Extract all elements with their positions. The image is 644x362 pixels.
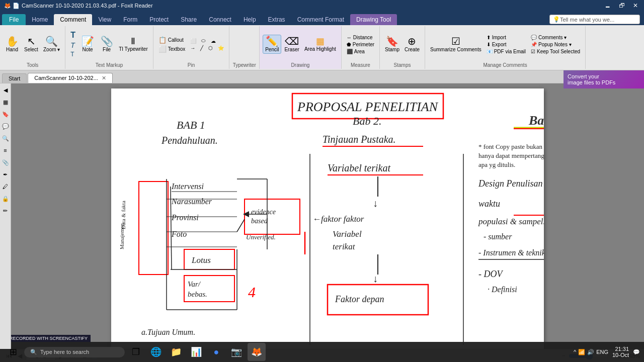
sidebar-stamp[interactable]: 🖊	[1, 182, 10, 191]
summarize-button[interactable]: ☑ Summarize Comments	[428, 35, 484, 53]
taskbar-search-text: Type here to search	[40, 349, 89, 355]
measure-label: Measure	[351, 61, 370, 68]
pencil-button[interactable]: ✏️ Pencil	[263, 35, 281, 54]
close-button[interactable]: ✕	[631, 2, 640, 9]
textbox-button[interactable]: ⬜ Textbox	[156, 45, 187, 53]
sidebar-bookmark[interactable]: 🔖	[1, 110, 10, 119]
tab-view[interactable]: View	[92, 14, 117, 25]
select-button[interactable]: ↖ Select	[22, 35, 40, 53]
pdf-viewer[interactable]: PROPOSAL PENELITIAN BAB 1 Pendahuluan. D…	[11, 83, 644, 349]
tab-connect[interactable]: Connect	[203, 14, 237, 25]
chrome-button[interactable]: ●	[207, 343, 225, 361]
tab-file[interactable]: File	[2, 14, 26, 25]
area-highlight-button[interactable]: ▦ Area Highlight	[302, 36, 338, 53]
zoom-icon: 🔍	[45, 36, 58, 46]
svg-text:Variabel: Variabel	[333, 229, 362, 239]
zoom-button[interactable]: 🔍 Zoom ▾	[41, 35, 62, 53]
pin-group: 📋 Callout ⬜ Textbox ⬜ ⬭ ☁ → ╱ ⬡	[153, 26, 229, 69]
create-button[interactable]: ⊕ Create	[403, 35, 422, 53]
stamps-label: Stamps	[394, 61, 411, 68]
sidebar-search[interactable]: 🔍	[1, 134, 10, 143]
area-button[interactable]: ⬛ Area	[345, 48, 376, 55]
stamps-group: 🔖 Stamp ⊕ Create Stamps	[380, 26, 425, 69]
tab-extras[interactable]: Extras	[262, 14, 291, 25]
oval-shape[interactable]: ⬭	[199, 37, 208, 44]
typewriter-t-button[interactable]: T	[68, 30, 77, 40]
sidebar-annotation[interactable]: 💬	[1, 122, 10, 131]
note-button[interactable]: 📝 Note	[78, 35, 97, 53]
sidebar-edit[interactable]: ✏	[1, 206, 10, 215]
maximize-button[interactable]: 🗗	[617, 2, 627, 9]
star-shape[interactable]: ⭐	[216, 45, 226, 51]
foxit-button[interactable]: 🦊	[248, 343, 266, 361]
tab-home[interactable]: Home	[26, 14, 54, 25]
task-view-button[interactable]: ❐	[127, 343, 145, 361]
distance-icon: ↔	[347, 35, 352, 40]
import-icon: ⬆	[487, 35, 491, 40]
file-button[interactable]: 📎 File	[98, 35, 116, 53]
perimeter-button[interactable]: ⬟ Perimeter	[345, 41, 376, 48]
typewriter-button[interactable]: Ⅱ TI Typewriter	[117, 36, 150, 53]
sidebar-attachment[interactable]: 📎	[1, 158, 10, 167]
tab-comment-format[interactable]: Comment Format	[291, 14, 350, 25]
import-button[interactable]: ⬆ Import	[485, 34, 528, 41]
typewriter-i-button[interactable]: T	[68, 41, 77, 50]
text-markup-items: T T T 📝 Note 📎 File Ⅱ TI Typewriter	[68, 27, 149, 61]
comments-button[interactable]: 💬 Comments ▾	[529, 34, 582, 41]
typewriter-small-icon: T	[70, 51, 74, 58]
tab-camscanner[interactable]: CamScanner 10-10-202... ✕	[28, 73, 113, 83]
tab-help[interactable]: Help	[237, 14, 262, 25]
minimize-button[interactable]: 🗕	[603, 2, 613, 9]
arrow-shape[interactable]: →	[188, 45, 197, 51]
cloud-shape[interactable]: ☁	[209, 37, 218, 44]
recorded-badge: ⬤ RECORDED WITH SCREENCASTIFY	[0, 335, 91, 342]
tab-close-button[interactable]: ✕	[102, 75, 106, 81]
tell-me-bar[interactable]: 💡 Tell me what you we...	[549, 15, 640, 24]
manage-items: ☑ Summarize Comments ⬆ Import ⬇ Export 📧…	[428, 27, 582, 61]
sidebar-layers[interactable]: ≡	[1, 146, 10, 155]
tab-drawing-tool[interactable]: Drawing Tool	[350, 14, 397, 25]
popup-notes-button[interactable]: 📌 Popup Notes ▾	[529, 41, 582, 48]
camera-button[interactable]: 📷	[227, 343, 246, 361]
excel-button[interactable]: 📊	[187, 343, 205, 361]
sidebar-signature[interactable]: ✒	[1, 170, 10, 179]
file-explorer-button[interactable]: 📁	[167, 343, 185, 361]
line-shape[interactable]: ╱	[198, 45, 205, 51]
tab-protect[interactable]: Protect	[143, 14, 175, 25]
svg-text:· Definisi: · Definisi	[488, 285, 517, 294]
textbox-icon: ⬜	[158, 45, 167, 53]
text-markup-label: Text Markup	[96, 61, 123, 68]
svg-text:↓: ↓	[373, 273, 378, 284]
convert-banner[interactable]: Convert your image files to PDFs	[564, 70, 644, 88]
tab-form[interactable]: Form	[117, 14, 143, 25]
stamp-button[interactable]: 🔖 Stamp	[383, 35, 401, 53]
sidebar-collapse-btn[interactable]: ◀	[1, 85, 10, 95]
sidebar-thumbnail[interactable]: ▦	[1, 98, 10, 107]
pdf-email-button[interactable]: 📧 PDF via Email	[485, 48, 528, 55]
distance-button[interactable]: ↔ Distance	[345, 34, 376, 41]
eraser-button[interactable]: ⌫ Eraser	[282, 35, 301, 53]
rect-shape[interactable]: ⬜	[188, 37, 198, 44]
tab-start[interactable]: Start	[2, 73, 27, 83]
tab-comment[interactable]: Comment	[54, 14, 92, 25]
svg-text:terikat: terikat	[333, 242, 356, 251]
callout-button[interactable]: 📋 Callout	[156, 36, 187, 44]
drawing-items: ✏️ Pencil ⌫ Eraser ▦ Area Highlight	[263, 27, 338, 61]
hand-button[interactable]: ✋ Hand	[3, 35, 21, 53]
keep-tool-button[interactable]: ☑ Keep Tool Selected	[529, 48, 582, 55]
export-button[interactable]: ⬇ Export	[485, 41, 528, 48]
notification-button[interactable]: 💬	[633, 349, 640, 355]
typewriter-small-button[interactable]: T	[68, 50, 77, 58]
taskbar-clock[interactable]: 21:31 10-Oct	[612, 346, 629, 358]
taskbar-search[interactable]: 🔍 Type here to search	[24, 347, 125, 357]
sidebar-lock[interactable]: 🔒	[1, 194, 10, 203]
pencil-icon: ✏️	[266, 36, 278, 46]
note-icon: 📝	[82, 36, 94, 46]
poly-shape[interactable]: ⬡	[206, 45, 215, 51]
tab-share[interactable]: Share	[175, 14, 203, 25]
svg-text:populasi & sampel.: populasi & sampel.	[478, 217, 544, 226]
edge-button[interactable]: 🌐	[147, 343, 165, 361]
tray-expand-button[interactable]: ^	[574, 349, 576, 355]
manage-comments-group: ☑ Summarize Comments ⬆ Import ⬇ Export 📧…	[425, 26, 586, 69]
date-display: 10-Oct	[612, 352, 629, 358]
